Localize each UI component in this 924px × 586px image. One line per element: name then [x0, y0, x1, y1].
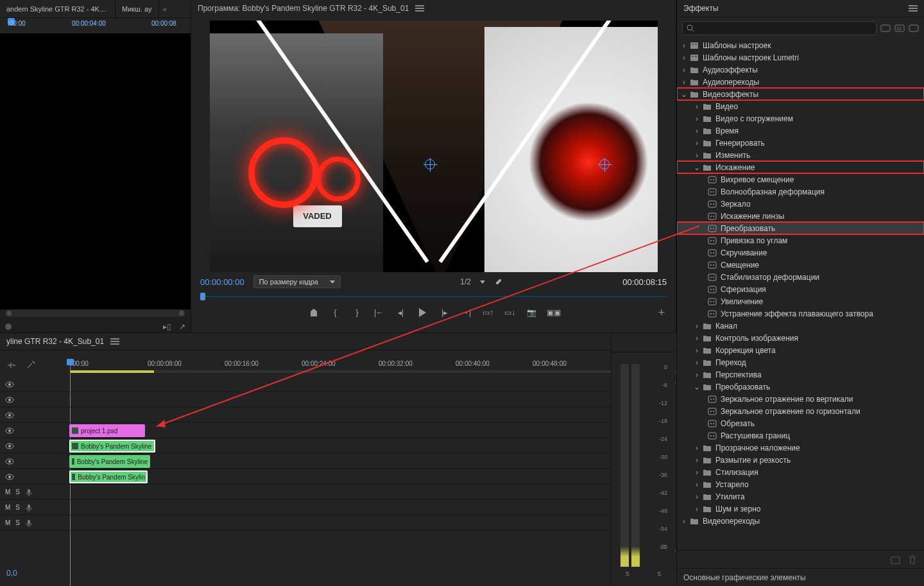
solo-button[interactable]: S	[15, 488, 20, 496]
track-header[interactable]	[0, 408, 68, 423]
effects-item[interactable]: Обрезать	[677, 417, 924, 429]
effects-folder[interactable]: ›Время	[677, 125, 924, 137]
snap-icon[interactable]	[6, 360, 17, 370]
effects-folder[interactable]: ›Видео с погружением	[677, 112, 924, 125]
effects-folder[interactable]: ⌄Преобразовать	[677, 381, 924, 393]
badge-fx-icon[interactable]	[880, 23, 891, 33]
effects-folder[interactable]: ›Утилита	[677, 490, 924, 503]
effects-folder[interactable]: ›Аудиоэффекты	[677, 64, 924, 76]
solo-button[interactable]: S	[15, 519, 20, 526]
track-row[interactable]: Bobby's Pandem Skyline	[68, 454, 669, 469]
eye-icon[interactable]	[5, 426, 14, 435]
tab-more-icon[interactable]: »	[163, 5, 167, 13]
mark-in-icon[interactable]: {	[330, 307, 341, 318]
effects-item[interactable]: Вихревое смещение	[677, 173, 924, 185]
anchor-icon[interactable]	[425, 159, 435, 169]
page-info[interactable]: 1/2	[460, 277, 471, 286]
mic-icon[interactable]	[25, 504, 33, 512]
lift-icon[interactable]: ▭↑	[483, 307, 493, 318]
effects-folder[interactable]: ›Перспектива	[677, 368, 924, 381]
timecode-current[interactable]: 00:00:00:00	[200, 277, 244, 287]
effects-item[interactable]: Зеркальное отражение по горизонтали	[677, 405, 924, 417]
eye-icon[interactable]	[5, 472, 14, 481]
settings-wrench-icon[interactable]	[26, 360, 36, 370]
effects-item[interactable]: Скручивание	[677, 246, 924, 259]
chevron-down-icon[interactable]	[480, 280, 485, 284]
compare-icon[interactable]: ▣▣	[549, 307, 559, 318]
audio-track-header[interactable]: MS	[0, 515, 68, 531]
mute-button[interactable]: M	[5, 504, 10, 511]
effects-folder[interactable]: ›Коррекция цвета	[677, 344, 924, 356]
effects-folder[interactable]: ›Изменить	[677, 149, 924, 161]
extract-icon[interactable]: ▭↓	[505, 307, 515, 318]
audio-track-row[interactable]	[68, 485, 669, 500]
meter-solo-label[interactable]: S	[626, 571, 629, 582]
eye-icon[interactable]	[5, 442, 14, 451]
anchor-icon[interactable]	[599, 159, 610, 169]
effects-item[interactable]: Преобразовать	[677, 222, 924, 234]
timeline-ruler[interactable]: :00:0000:00:08:0000:00:16:0000:00:24:000…	[68, 359, 676, 377]
scrub-head[interactable]	[200, 293, 205, 300]
mute-button[interactable]: M	[5, 488, 10, 496]
track-row[interactable]	[68, 377, 669, 392]
timeline-clip[interactable]: Bobby's Pandem Skyline	[69, 455, 150, 468]
track-header[interactable]	[0, 377, 68, 392]
mic-icon[interactable]	[25, 488, 33, 496]
effects-folder[interactable]: ⌄Искажение	[677, 161, 924, 173]
effects-folder[interactable]: ›Шум и зерно	[677, 503, 924, 515]
solo-button[interactable]: S	[15, 504, 20, 511]
effects-folder[interactable]: ›Шаблоны настроек	[677, 39, 924, 51]
effects-item[interactable]: Устранение эффекта плавающего затвора	[677, 307, 924, 320]
audio-track-row[interactable]	[68, 500, 669, 515]
play-icon[interactable]	[418, 307, 428, 318]
effects-item[interactable]: Стабилизатор деформации	[677, 271, 924, 283]
track-header[interactable]	[0, 438, 68, 454]
hamburger-icon[interactable]	[909, 5, 918, 12]
timeline-clip[interactable]: Bobby's Pandem Skylin	[69, 470, 148, 483]
hamburger-icon[interactable]	[110, 338, 119, 345]
source-tab-2[interactable]: Микш. ау	[116, 1, 159, 17]
effects-item[interactable]: Искажение линзы	[677, 210, 924, 222]
effects-folder[interactable]: ›Шаблоны настроек Lumetri	[677, 51, 924, 64]
effects-folder[interactable]: ›Канал	[677, 320, 924, 332]
track-header[interactable]	[0, 423, 68, 438]
effects-item[interactable]: Волнообразная деформация	[677, 185, 924, 198]
step-fwd-icon[interactable]: |▸	[440, 307, 450, 318]
track-header[interactable]	[0, 454, 68, 469]
effects-item[interactable]: Зеркальное отражение по вертикали	[677, 393, 924, 405]
new-bin-icon[interactable]	[891, 555, 901, 565]
trash-icon[interactable]	[907, 555, 918, 565]
export-icon[interactable]: ↗	[179, 322, 185, 331]
hamburger-icon[interactable]	[415, 5, 424, 12]
wrench-icon[interactable]	[494, 277, 503, 286]
program-viewport[interactable]: VADED	[210, 21, 658, 272]
mark-out-icon[interactable]: }	[352, 307, 363, 318]
effects-folder[interactable]: ›Контроль изображения	[677, 332, 924, 344]
eye-icon[interactable]	[5, 411, 14, 420]
step-back-icon[interactable]: ◂|	[396, 307, 406, 318]
effects-folder[interactable]: ›Аудиопереходы	[677, 76, 924, 88]
eye-icon[interactable]	[5, 380, 14, 389]
timeline-clip[interactable]: project 1.psd	[69, 424, 145, 437]
effects-item[interactable]: Смещение	[677, 259, 924, 271]
track-row[interactable]	[68, 392, 669, 408]
source-tab-1[interactable]: andem Skyline GTR R32 - 4K_Sub_03	[0, 1, 116, 17]
track-row[interactable]: Bobby's Pandem Skyline	[68, 438, 669, 454]
source-scrollbar[interactable]	[5, 309, 185, 317]
export-frame-icon[interactable]: 📷	[527, 307, 537, 318]
audio-track-row[interactable]	[68, 515, 669, 531]
effects-item[interactable]: Зеркало	[677, 198, 924, 210]
effects-folder[interactable]: ›Переход	[677, 356, 924, 368]
effects-item[interactable]: Увеличение	[677, 295, 924, 307]
effects-search[interactable]	[682, 21, 877, 35]
go-to-out-icon[interactable]: →|	[461, 307, 472, 318]
timeline-cursor-tc[interactable]: 0,0	[6, 569, 17, 578]
track-row[interactable]: project 1.psd	[68, 423, 669, 438]
effects-item[interactable]: Растушевка границ	[677, 429, 924, 442]
work-area[interactable]	[71, 370, 154, 373]
effects-folder[interactable]: ›Генерировать	[677, 137, 924, 149]
source-ruler[interactable]: :00:00 00:00:04:00 00:00:08	[0, 18, 191, 33]
graphics-panel-header[interactable]: Основные графические элементы	[677, 568, 924, 586]
badge-yuv-icon[interactable]	[909, 23, 919, 33]
eye-icon[interactable]	[5, 457, 14, 466]
